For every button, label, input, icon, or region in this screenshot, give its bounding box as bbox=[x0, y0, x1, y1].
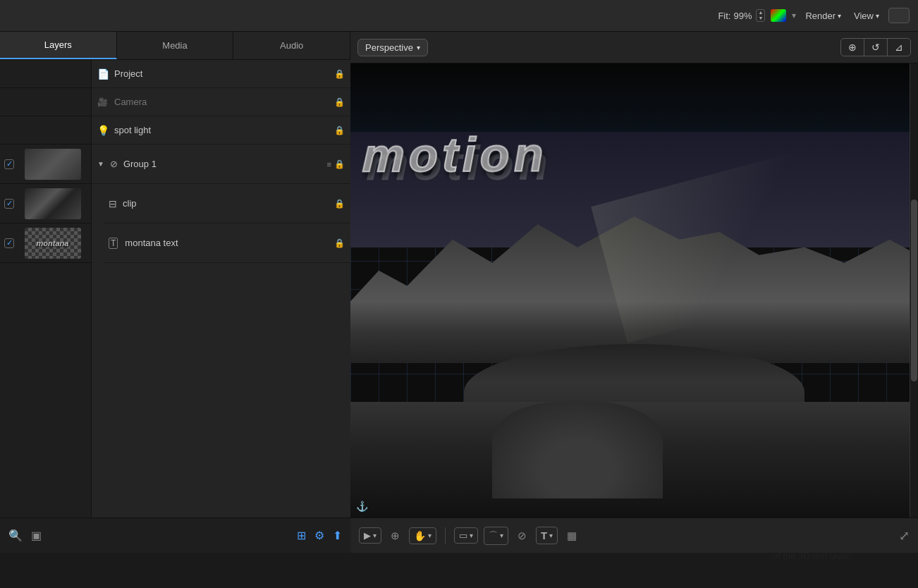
select-tool-group: ▶ ▾ bbox=[359, 527, 381, 544]
select-tool-button[interactable]: ▶ ▾ bbox=[359, 527, 381, 544]
canvas-3d-text-overlay: motion bbox=[362, 86, 918, 222]
canvas-expand-icon[interactable]: ⤢ bbox=[899, 528, 910, 544]
thumb-montana: ✓ montana bbox=[0, 223, 91, 263]
thumbnails-column: ✓ ✓ ✓ montana bbox=[0, 60, 92, 517]
clip-name: clip bbox=[123, 198, 330, 209]
layer-row-clip[interactable]: ⊟ clip 🔒 bbox=[103, 184, 350, 223]
render-chevron: ▾ bbox=[838, 12, 841, 20]
group1-solo-icon: ≡ bbox=[327, 160, 331, 169]
viewport-orbit-icon[interactable]: ⊕ bbox=[841, 39, 864, 56]
composite-tool-button[interactable]: ▦ bbox=[563, 527, 580, 544]
tab-layers[interactable]: Layers bbox=[0, 32, 117, 59]
checkbox-clip[interactable]: ✓ bbox=[4, 199, 14, 209]
hand-tool-group: ✋ ▾ bbox=[409, 527, 436, 544]
hand-chevron: ▾ bbox=[428, 532, 432, 539]
thumbnail-group1 bbox=[25, 149, 81, 180]
shape-chevron: ▾ bbox=[470, 532, 473, 539]
group1-type-icon: ⊘ bbox=[110, 159, 118, 169]
viewport-reset-icon[interactable]: ↺ bbox=[864, 39, 888, 56]
tab-bar: Layers Media Audio bbox=[0, 32, 350, 60]
checkbox-montana[interactable]: ✓ bbox=[4, 238, 14, 248]
shape-icon: ▭ bbox=[459, 530, 467, 541]
thumbnail-clip bbox=[25, 188, 81, 219]
layers-panel-bottom: 🔍 ▣ ⊞ ⚙ ⬆ bbox=[0, 517, 350, 553]
text-icon: T bbox=[541, 529, 547, 541]
montana-name: montana text bbox=[125, 238, 330, 248]
mask-icon: ⌒ bbox=[489, 529, 498, 542]
orbit-tool-button[interactable]: ⊕ bbox=[387, 527, 403, 544]
layers-bottom-left: 🔍 ▣ bbox=[8, 529, 42, 542]
project-icon: 📄 bbox=[97, 68, 110, 80]
camera-icon: 🎥 bbox=[97, 97, 110, 107]
canvas-bottom-toolbar: ▶ ▾ ⊕ ✋ ▾ ▭ ▾ ⌒ ▾ ⊘ T bbox=[350, 517, 918, 553]
perspective-chevron: ▾ bbox=[417, 44, 420, 51]
layer-row-camera[interactable]: 🎥 Camera 🔒 bbox=[92, 88, 350, 116]
canvas-viewport-icons: ⊕ ↺ ⊿ bbox=[840, 38, 911, 56]
color-picker-button[interactable] bbox=[771, 9, 786, 22]
tab-audio[interactable]: Audio bbox=[233, 32, 350, 59]
layer-row-group1[interactable]: ▼ ⊘ Group 1 ≡ 🔒 bbox=[92, 145, 350, 184]
canvas-anchor-icon: ⚓ bbox=[356, 501, 368, 512]
search-icon[interactable]: 🔍 bbox=[8, 529, 23, 542]
tab-media[interactable]: Media bbox=[117, 32, 234, 59]
layer-row-spotlight[interactable]: 💡 spot light 🔒 bbox=[92, 116, 350, 145]
view-button[interactable]: View ▾ bbox=[850, 9, 883, 23]
group1-extra-icons: ≡ 🔒 bbox=[327, 159, 345, 169]
spotlight-icon: 💡 bbox=[97, 125, 110, 136]
camera-lock: 🔒 bbox=[334, 97, 345, 107]
layers-panel: Layers Media Audio ✓ ✓ bbox=[0, 32, 350, 553]
thumb-camera bbox=[0, 88, 91, 116]
fit-stepper[interactable]: ▲ ▼ bbox=[756, 9, 765, 22]
thumbnail-montana: montana bbox=[25, 228, 81, 259]
group1-expand-icon[interactable]: ▼ bbox=[97, 160, 104, 168]
canvas-image[interactable]: motion ⚓ bbox=[350, 63, 918, 517]
thumb-clip: ✓ bbox=[0, 184, 91, 223]
text-chevron: ▾ bbox=[549, 532, 553, 539]
panel-layout-icon[interactable]: ▣ bbox=[31, 529, 42, 542]
canvas-area: Perspective ▾ ⊕ ↺ ⊿ bbox=[350, 32, 918, 553]
mask-chevron: ▾ bbox=[500, 532, 503, 539]
hand-icon: ✋ bbox=[414, 530, 426, 541]
group1-lock: 🔒 bbox=[334, 159, 345, 169]
settings-icon[interactable]: ⚙ bbox=[314, 529, 324, 542]
add-layer-icon[interactable]: ⬆ bbox=[333, 529, 342, 542]
canvas-display: motion ⚓ bbox=[350, 63, 918, 517]
text-tool-button[interactable]: T ▾ bbox=[536, 527, 558, 544]
montana-lock: 🔒 bbox=[334, 238, 345, 248]
perspective-button[interactable]: Perspective ▾ bbox=[357, 39, 428, 56]
montana-3d-icon: T bbox=[109, 238, 118, 249]
canvas-scrollbar[interactable] bbox=[910, 63, 918, 517]
group1-name: Group 1 bbox=[123, 159, 323, 169]
spotlight-lock: 🔒 bbox=[334, 125, 345, 135]
select-chevron: ▾ bbox=[373, 532, 377, 539]
mask-tool-button[interactable]: ⌒ ▾ bbox=[484, 527, 508, 545]
clip-lock: 🔒 bbox=[334, 199, 345, 209]
shape-tool-group: ▭ ▾ bbox=[454, 527, 478, 544]
clip-icon: ⊟ bbox=[109, 198, 117, 209]
thumb-group1: ✓ bbox=[0, 145, 91, 184]
canvas-scrollbar-thumb[interactable] bbox=[911, 200, 917, 381]
thumb-spotlight bbox=[0, 116, 91, 145]
fit-control: Fit: 99% ▲ ▼ bbox=[718, 9, 765, 22]
layer-row-montana[interactable]: T montana text 🔒 bbox=[103, 223, 350, 263]
toolbar-divider-1 bbox=[445, 527, 446, 544]
hand-tool-button[interactable]: ✋ ▾ bbox=[409, 527, 436, 544]
window-icon-button[interactable] bbox=[888, 8, 910, 23]
select-icon: ▶ bbox=[364, 530, 371, 541]
shape-tool-button[interactable]: ▭ ▾ bbox=[454, 527, 478, 544]
canvas-text-3d-visual: motion bbox=[362, 127, 549, 183]
render-button[interactable]: Render ▾ bbox=[802, 9, 845, 23]
layer-row-project[interactable]: 📄 Project 🔒 bbox=[92, 60, 350, 88]
layer-items-column: 📄 Project 🔒 🎥 Camera 🔒 💡 spot light 🔒 ▼ … bbox=[92, 60, 350, 517]
grid-layers-icon[interactable]: ⊞ bbox=[297, 529, 306, 542]
color-picker-chevron[interactable]: ▾ bbox=[792, 11, 796, 20]
viewport-adjust-icon[interactable]: ⊿ bbox=[888, 39, 910, 56]
checkbox-group1[interactable]: ✓ bbox=[4, 159, 14, 169]
camera-name: Camera bbox=[114, 97, 330, 107]
layers-bottom-right: ⊞ ⚙ ⬆ bbox=[297, 529, 342, 542]
project-name: Project bbox=[114, 68, 330, 79]
paint-tool-button[interactable]: ⊘ bbox=[514, 527, 530, 544]
spotlight-name: spot light bbox=[114, 125, 330, 135]
fit-label: Fit: bbox=[718, 11, 730, 21]
canvas-toolbar: Perspective ▾ ⊕ ↺ ⊿ bbox=[350, 32, 918, 63]
